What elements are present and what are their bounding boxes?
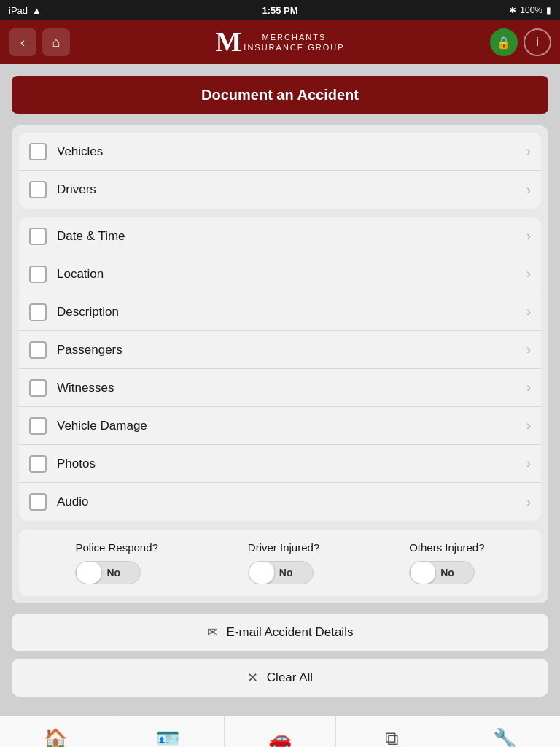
chevron-description: › — [526, 304, 531, 320]
battery-icon: ▮ — [546, 5, 551, 15]
police-toggle-value: No — [102, 567, 120, 578]
toggle-row: Police Respond? No Driver Injured? No Ot… — [31, 541, 529, 584]
others-injured-value: No — [436, 567, 454, 578]
status-right: ✱ 100% ▮ — [509, 5, 551, 15]
tab-assistance[interactable]: 🔧 Assistance — [448, 716, 560, 747]
photos-label: Photos — [57, 457, 526, 471]
police-toggle[interactable]: No — [75, 561, 141, 584]
chevron-drivers: › — [526, 182, 531, 198]
description-label: Description — [57, 305, 526, 320]
home-button[interactable]: ⌂ — [42, 28, 70, 56]
page-title-bar: Document an Accident — [12, 76, 548, 114]
lock-icon[interactable]: 🔒 — [490, 28, 518, 56]
checkbox-datetime[interactable] — [29, 228, 47, 245]
drivers-label: Drivers — [57, 182, 526, 197]
clear-icon: ✕ — [247, 670, 258, 686]
brand-name: MERCHANTS INSURANCE GROUP — [244, 32, 344, 53]
vehicles-label: Vehicles — [57, 144, 526, 159]
clear-all-button[interactable]: ✕ Clear All — [12, 659, 548, 697]
tab-cards[interactable]: 🪪 Cards — [112, 716, 225, 747]
clear-label: Clear All — [267, 670, 313, 685]
checklist-item-description[interactable]: Description › — [19, 293, 541, 331]
tab-home[interactable]: 🏠 Home — [0, 716, 112, 747]
checklist-item-vehicles[interactable]: Vehicles › — [19, 133, 541, 171]
back-button[interactable]: ‹ — [9, 28, 36, 56]
driver-injured-label: Driver Injured? — [248, 541, 319, 554]
checkbox-audio[interactable] — [29, 493, 47, 511]
email-label: E-mail Accident Details — [227, 625, 354, 640]
checkbox-description[interactable] — [29, 303, 47, 321]
brand-m: M — [215, 26, 242, 59]
nav-buttons-left: ‹ ⌂ — [9, 28, 70, 56]
status-left: iPad ▲ — [9, 5, 42, 16]
chevron-passengers: › — [526, 342, 531, 357]
toggle-group-police: Police Respond? No — [75, 541, 158, 584]
tab-bar: 🏠 Home 🪪 Cards 🚗 Accident ⧉ Glass 🔧 Assi… — [0, 716, 560, 747]
chevron-audio: › — [526, 495, 531, 510]
chevron-witnesses: › — [526, 380, 531, 395]
checklist-item-witnesses[interactable]: Witnesses › — [19, 369, 541, 407]
others-injured-thumb — [411, 562, 435, 584]
checklist-item-audio[interactable]: Audio › — [19, 483, 541, 521]
checklist-group-2: Date & Time › Location › Description › P… — [19, 217, 541, 521]
assistance-tab-icon: 🔧 — [493, 727, 516, 747]
email-button[interactable]: ✉ E-mail Accident Details — [12, 614, 548, 651]
audio-label: Audio — [57, 495, 526, 509]
toggle-group-others-injured: Others Injured? No — [409, 541, 484, 584]
device-label: iPad — [9, 5, 28, 16]
toggle-section: Police Respond? No Driver Injured? No Ot… — [19, 530, 541, 596]
chevron-photos: › — [526, 456, 531, 471]
checklist-item-location[interactable]: Location › — [19, 255, 541, 293]
cards-tab-icon: 🪪 — [156, 727, 179, 747]
nav-icons-right: 🔒 i — [490, 28, 551, 56]
chevron-datetime: › — [526, 228, 531, 244]
status-bar: iPad ▲ 1:55 PM ✱ 100% ▮ — [0, 0, 560, 20]
bluetooth-icon: ✱ — [509, 5, 516, 15]
toggle-group-driver-injured: Driver Injured? No — [248, 541, 319, 584]
chevron-location: › — [526, 266, 531, 282]
status-time: 1:55 PM — [262, 5, 298, 16]
home-tab-icon: 🏠 — [44, 727, 67, 747]
checklist-item-datetime[interactable]: Date & Time › — [19, 217, 541, 255]
witnesses-label: Witnesses — [57, 381, 526, 395]
checklist-item-photos[interactable]: Photos › — [19, 445, 541, 483]
accident-tab-icon: 🚗 — [268, 727, 292, 747]
brand-logo: M MERCHANTS INSURANCE GROUP — [215, 26, 344, 59]
police-label: Police Respond? — [75, 541, 158, 554]
checklist-item-passengers[interactable]: Passengers › — [19, 331, 541, 369]
checkbox-photos[interactable] — [29, 455, 47, 473]
glass-tab-icon: ⧉ — [385, 727, 399, 747]
vehicle-damage-label: Vehicle Damage — [57, 419, 526, 433]
checkbox-passengers[interactable] — [29, 341, 47, 359]
wifi-icon: ▲ — [32, 5, 42, 16]
others-injured-toggle[interactable]: No — [409, 561, 475, 584]
checkbox-location[interactable] — [29, 266, 47, 283]
email-icon: ✉ — [207, 624, 218, 640]
chevron-vehicles: › — [526, 144, 531, 159]
others-injured-label: Others Injured? — [409, 541, 484, 554]
checklist-item-drivers[interactable]: Drivers › — [19, 171, 541, 209]
checklist-card: Vehicles › Drivers › Date & Time › Locat… — [12, 125, 548, 603]
main-content: Document an Accident Vehicles › Drivers … — [0, 64, 560, 716]
checklist-item-vehicle-damage[interactable]: Vehicle Damage › — [19, 407, 541, 445]
driver-injured-thumb — [249, 562, 274, 584]
driver-injured-toggle[interactable]: No — [248, 561, 314, 584]
datetime-label: Date & Time — [57, 229, 526, 244]
tab-accident[interactable]: 🚗 Accident — [225, 716, 337, 747]
passengers-label: Passengers — [57, 343, 526, 357]
location-label: Location — [57, 267, 526, 282]
tab-glass[interactable]: ⧉ Glass — [336, 716, 448, 747]
checklist-group-1: Vehicles › Drivers › — [19, 133, 541, 209]
battery-label: 100% — [520, 5, 542, 15]
checkbox-vehicle-damage[interactable] — [29, 417, 47, 435]
checkbox-witnesses[interactable] — [29, 379, 47, 397]
chevron-vehicle-damage: › — [526, 418, 531, 433]
checkbox-vehicles[interactable] — [29, 143, 47, 160]
info-icon[interactable]: i — [524, 28, 551, 56]
checkbox-drivers[interactable] — [29, 181, 47, 198]
police-toggle-thumb — [77, 562, 101, 584]
page-title: Document an Accident — [201, 87, 359, 104]
driver-injured-value: No — [275, 567, 293, 578]
nav-bar: ‹ ⌂ M MERCHANTS INSURANCE GROUP 🔒 i — [0, 20, 560, 64]
